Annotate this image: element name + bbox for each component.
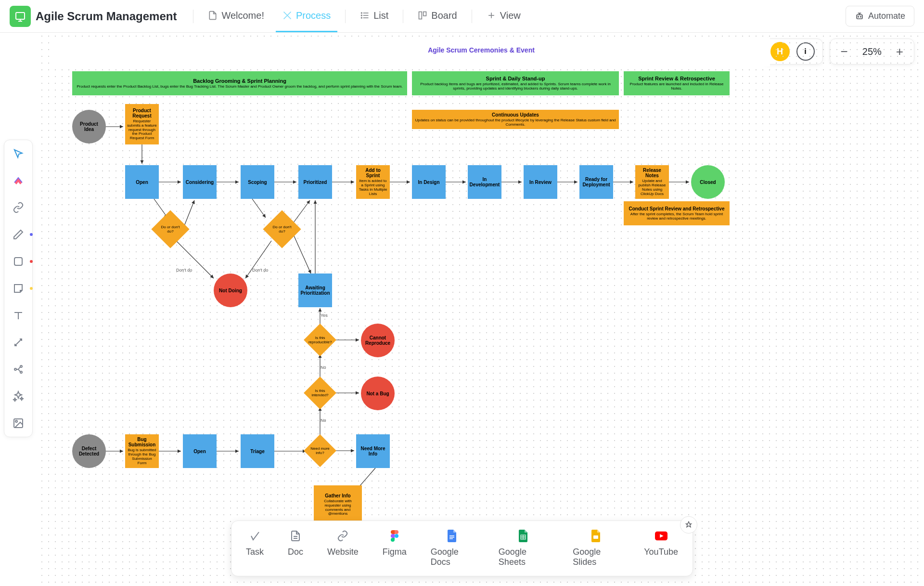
banner-continuous-updates[interactable]: Continuous Updates Updates on status can… [412,110,619,129]
node-idea[interactable]: Product Idea [72,110,106,143]
dock-label: Website [327,547,359,557]
whiteboard-app-icon [10,6,31,27]
tab-add-view[interactable]: View [480,0,527,32]
automate-button[interactable]: Automate [846,6,914,26]
canvas[interactable]: Agile Scrum Ceremonies & Event [38,33,924,586]
node-notbug[interactable]: Not a Bug [361,377,395,410]
node-review[interactable]: In Review [524,165,557,199]
node-triage[interactable]: Triage [241,434,274,468]
dock-google-sheets[interactable]: Google Sheets [499,530,549,567]
edge-label: No [321,418,326,423]
node-closed[interactable]: Closed [691,165,725,199]
phase-backlog-planning[interactable]: Backlog Grooming & Sprint Planning Produ… [72,71,407,95]
node-sub: Product features are launched and includ… [626,82,728,91]
tab-label: Process [296,10,331,21]
node-d4[interactable]: Is this intended? [304,377,336,409]
node-open1[interactable]: Open [125,165,159,199]
tab-list[interactable]: List [353,0,395,32]
node-prio[interactable]: Prioritized [298,165,332,199]
svg-rect-8 [424,12,426,16]
node-design[interactable]: In Design [412,165,446,199]
dock-doc[interactable]: Doc [288,530,303,567]
tool-connector[interactable] [11,335,26,350]
dock-figma[interactable]: Figma [383,530,407,567]
node-cantrep[interactable]: Cannot Reproduce [361,324,395,357]
svg-line-36 [176,241,214,278]
node-d2[interactable]: Do or don't do? [263,210,301,248]
svg-point-5 [361,15,362,16]
node-open2[interactable]: Open [183,434,217,468]
tool-pencil[interactable] [11,227,26,242]
robot-icon [855,12,864,21]
node-scope[interactable]: Scoping [241,165,274,199]
node-await[interactable]: Awaiting Prioritization [298,273,332,307]
dock-google-slides[interactable]: Google Slides [573,530,620,567]
tool-shape[interactable] [11,254,26,269]
svg-rect-54 [449,538,453,539]
tool-cursor[interactable] [11,146,26,161]
node-sub: Product backlog items and bugs are prior… [414,82,617,91]
tool-ai[interactable] [11,389,26,404]
node-sub: Updates on status can be provided throug… [414,118,617,127]
node-title: Sprint & Daily Stand-up [486,76,545,81]
tab-label: List [373,10,388,21]
node-cons[interactable]: Considering [183,165,217,199]
banner-conduct-retro[interactable]: Conduct Sprint Review and Retrospective … [624,201,730,225]
automate-label: Automate [868,11,905,21]
node-preq[interactable]: Product RequestRequester submits a featu… [125,104,159,144]
google-slides-icon [590,530,603,542]
pin-dock-button[interactable] [680,516,697,534]
tab-label: View [500,10,521,21]
dock-website[interactable]: Website [327,530,359,567]
node-d5[interactable]: Need more info? [304,434,336,467]
svg-point-17 [20,371,22,373]
tab-welcome[interactable]: Welcome! [201,0,271,32]
node-defect[interactable]: Defect Detected [72,434,106,468]
dock-label: Task [246,547,264,557]
node-title: Conduct Sprint Review and Retrospective [629,206,725,211]
node-title: Sprint Review & Retrospective [638,76,715,81]
board-icon [418,11,427,20]
dock-google-docs[interactable]: Google Docs [431,530,475,567]
phase-sprint-standup[interactable]: Sprint & Daily Stand-up Product backlog … [412,71,619,95]
svg-point-13 [860,16,861,17]
tab-board[interactable]: Board [411,0,463,32]
node-notdo[interactable]: Not Doing [214,273,247,307]
dock-label: Google Docs [431,547,475,567]
node-d1[interactable]: Do or don't do? [151,210,189,248]
node-deploy[interactable]: Ready for Deployment [579,165,613,199]
whiteboard-icon [282,11,292,20]
tool-text[interactable] [11,308,26,323]
svg-rect-53 [449,537,454,538]
tab-process[interactable]: Process [276,0,337,32]
canvas-header-bar [53,38,770,66]
tool-clickup[interactable] [11,173,26,188]
tool-mindmap[interactable] [11,362,26,377]
tool-link[interactable] [11,200,26,215]
list-icon [360,11,370,20]
svg-rect-52 [449,535,454,536]
left-toolbar [4,140,33,437]
node-d3[interactable]: Is this reproducible? [304,324,336,356]
tool-image[interactable] [11,416,26,431]
svg-point-16 [20,365,22,367]
svg-rect-14 [14,258,22,265]
svg-rect-59 [593,535,598,539]
edge-label: Don't do [176,268,192,273]
phase-review-retro[interactable]: Sprint Review & Retrospective Product fe… [624,71,730,95]
node-bugsub[interactable]: Bug SubmissionBug is submitted through t… [125,434,159,468]
tab-label: Welcome! [221,10,264,21]
tool-sticky[interactable] [11,281,26,296]
node-needinfo[interactable]: Need More Info [356,434,390,468]
dock-youtube[interactable]: YouTube [644,530,678,567]
edge-label: Don't do [252,268,268,273]
node-sub: Product requests enter the Product Backl… [77,85,402,89]
node-gather[interactable]: Gather InfoCollaborate with requester us… [314,485,362,524]
node-addsp[interactable]: Add to SprintItem is added to a Sprint u… [356,165,390,199]
node-dev[interactable]: In Development [468,165,501,199]
node-title: Continuous Updates [492,112,539,117]
node-release[interactable]: Release NotesUpdate and publish Release … [635,165,669,199]
svg-point-6 [361,17,362,18]
svg-line-34 [252,199,266,218]
dock-task[interactable]: Task [246,530,264,567]
